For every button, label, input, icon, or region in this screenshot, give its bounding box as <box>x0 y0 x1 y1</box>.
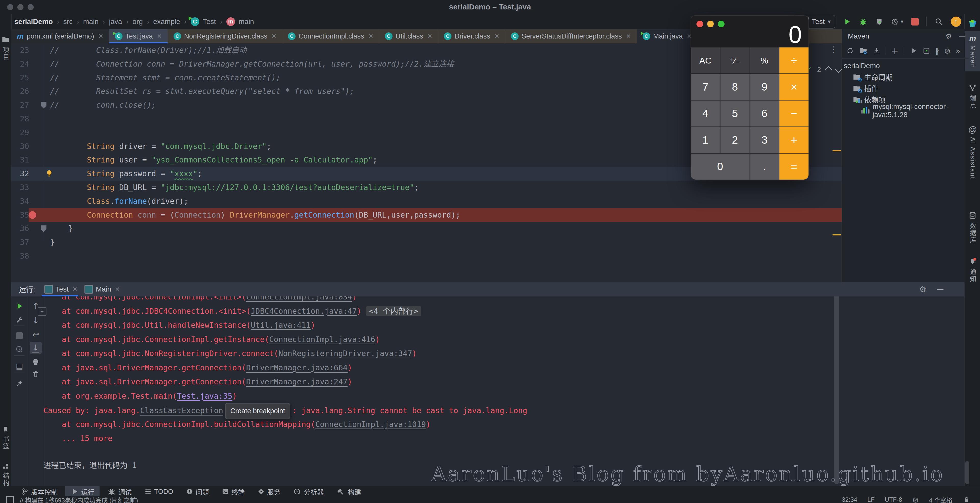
sidebar-item-structure[interactable]: 结构 <box>0 459 11 490</box>
add-run-configuration-icon[interactable]: + <box>891 46 899 56</box>
scrollbar-warning-mark[interactable] <box>832 234 841 235</box>
profile-icon[interactable] <box>13 343 25 355</box>
skip-tests-icon[interactable]: ∦ <box>935 46 939 56</box>
breadcrumb-item-Test[interactable]: Test <box>203 17 216 26</box>
stack-trace-link[interactable]: ConnectionImpl.java:1019 <box>315 420 426 429</box>
sync-icon[interactable] <box>846 47 854 55</box>
breadcrumb-item-example[interactable]: example <box>153 17 180 26</box>
search-everywhere-button[interactable] <box>935 17 943 26</box>
tab-Test.java[interactable]: CTest.java✕ <box>109 29 168 43</box>
print-icon[interactable] <box>30 355 42 368</box>
calc-key-×[interactable]: × <box>780 74 808 100</box>
sidebar-item-database[interactable]: 数据库 <box>965 208 980 247</box>
maven-tree-item[interactable]: ⚙插件 <box>853 83 878 94</box>
stack-trace-link[interactable]: Util.java:411 <box>251 321 311 330</box>
tab-pom.xml (serialDemo)[interactable]: mpom.xml (serialDemo)✕ <box>11 29 109 43</box>
toolbar-item-问题[interactable]: 问题 <box>181 486 214 497</box>
sidebar-item-notifications[interactable]: 通知 <box>965 254 980 286</box>
create-breakpoint-popup[interactable]: Create breakpoint <box>225 403 290 419</box>
generate-sources-icon[interactable] <box>859 46 868 55</box>
calc-key-0[interactable]: 0 <box>691 154 749 179</box>
offline-mode-icon[interactable]: ⊘ <box>944 46 951 56</box>
stack-trace-link[interactable]: DriverManager.java:247 <box>246 377 347 386</box>
calc-key-=[interactable]: = <box>780 154 808 179</box>
calc-key-6[interactable]: 6 <box>750 100 779 127</box>
sidebar-item-project[interactable]: 项目 <box>0 32 11 64</box>
file-encoding[interactable]: UTF-8 <box>885 496 902 503</box>
console-scrollbar[interactable] <box>834 288 839 484</box>
more-icon[interactable]: » <box>956 46 960 56</box>
indent-setting[interactable]: 4 个空格 <box>929 495 953 503</box>
tab-Driver.class[interactable]: CDriver.class✕ <box>438 29 505 43</box>
next-problem-icon[interactable] <box>835 66 842 73</box>
breadcrumb-item-main[interactable]: main <box>239 17 254 26</box>
scrollbar-warning-mark[interactable] <box>832 150 841 151</box>
pin-tab-icon[interactable] <box>13 377 25 389</box>
toolbar-item-构建[interactable]: 构建 <box>331 486 366 497</box>
close-icon[interactable]: ✕ <box>368 33 373 40</box>
lock-icon[interactable] <box>963 496 970 503</box>
calc-key-1[interactable]: 1 <box>691 127 720 153</box>
breakpoint-icon[interactable] <box>29 211 36 219</box>
calc-key-4[interactable]: 4 <box>691 100 720 127</box>
clear-all-icon[interactable] <box>30 368 42 380</box>
calc-key-7[interactable]: 7 <box>691 74 720 100</box>
toolbar-item-终端[interactable]: 终端 <box>217 486 250 497</box>
calc-key-5[interactable]: 5 <box>721 100 749 127</box>
toolbar-item-TODO[interactable]: TODO <box>139 486 178 497</box>
stack-trace-link[interactable]: ConnectionImpl.java:416 <box>269 335 375 344</box>
stack-trace-link[interactable]: JDBC4Connection.java:47 <box>251 306 357 316</box>
breadcrumb-item-java[interactable]: java <box>109 17 122 26</box>
close-icon[interactable]: ✕ <box>157 33 162 40</box>
tab-Util.class[interactable]: CUtil.class✕ <box>379 29 438 43</box>
tab-NonRegisteringDriver.class[interactable]: CNonRegisteringDriver.class✕ <box>168 29 283 43</box>
toolbar-item-服务[interactable]: 服务 <box>252 486 286 497</box>
gear-icon[interactable]: ⚙ <box>945 32 952 41</box>
run-button[interactable] <box>843 17 851 26</box>
sidebar-item-ai-assistant[interactable]: @ AI Assistant <box>965 121 980 182</box>
stack-trace-link[interactable]: ClassCastException <box>140 406 223 415</box>
close-icon[interactable] <box>697 21 703 27</box>
intention-bulb-icon[interactable] <box>45 169 54 178</box>
stack-trace-link[interactable]: DriverManager.java:664 <box>246 363 347 372</box>
down-stack-icon[interactable]: ↓ <box>30 314 42 327</box>
breadcrumb-item-serialDemo[interactable]: serialDemo <box>14 17 53 26</box>
tab-Main.java[interactable]: CMain.java✕ <box>637 29 698 43</box>
close-icon[interactable]: ✕ <box>626 33 631 40</box>
maven-tree-item[interactable]: mysql:mysql-connector-java:5.1.28 <box>861 105 980 116</box>
previous-problem-icon[interactable] <box>825 66 832 73</box>
close-icon[interactable]: ✕ <box>72 286 77 293</box>
window-layout-icon[interactable] <box>6 496 14 503</box>
calc-key-+[interactable]: + <box>780 127 808 153</box>
close-icon[interactable]: ✕ <box>115 286 120 293</box>
console-tab-Main[interactable]: Main✕ <box>81 282 124 297</box>
close-icon[interactable]: ✕ <box>494 33 500 40</box>
breadcrumb-item-org[interactable]: org <box>132 17 143 26</box>
more-options-icon[interactable]: ⋮ <box>830 45 838 54</box>
calc-key-AC[interactable]: AC <box>691 48 720 73</box>
calc-key-⁺⁄₋[interactable]: ⁺⁄₋ <box>721 48 749 73</box>
console-tab-Test[interactable]: Test✕ <box>41 282 81 297</box>
close-icon[interactable]: ✕ <box>427 33 432 40</box>
calc-key-3[interactable]: 3 <box>750 127 779 153</box>
close-icon[interactable]: ✕ <box>271 33 277 40</box>
calculator-window-controls[interactable] <box>697 21 729 28</box>
up-stack-icon[interactable]: ↑ <box>30 300 42 312</box>
stop-disabled-icon[interactable] <box>13 330 25 342</box>
gear-icon[interactable]: ⚙ <box>919 284 926 294</box>
inspections-widget[interactable]: ✓ 2 <box>806 65 841 74</box>
minimize-icon[interactable] <box>707 21 714 27</box>
restore-layout-icon[interactable]: ▤ <box>13 360 25 372</box>
profiler-button[interactable]: ▾ <box>891 17 904 26</box>
caret-position[interactable]: 32:34 <box>842 496 857 503</box>
zoom-icon[interactable] <box>718 21 724 27</box>
close-icon[interactable]: ✕ <box>98 33 103 40</box>
calc-key-÷[interactable]: ÷ <box>780 48 808 73</box>
run-goal-icon[interactable] <box>909 47 918 55</box>
calc-key-2[interactable]: 2 <box>721 127 749 153</box>
stack-trace-link[interactable]: Test.java:35 <box>177 392 232 400</box>
download-sources-icon[interactable] <box>873 47 880 55</box>
stop-button[interactable] <box>911 18 919 25</box>
debug-button[interactable] <box>859 17 867 26</box>
calc-key-.[interactable]: . <box>750 154 779 179</box>
